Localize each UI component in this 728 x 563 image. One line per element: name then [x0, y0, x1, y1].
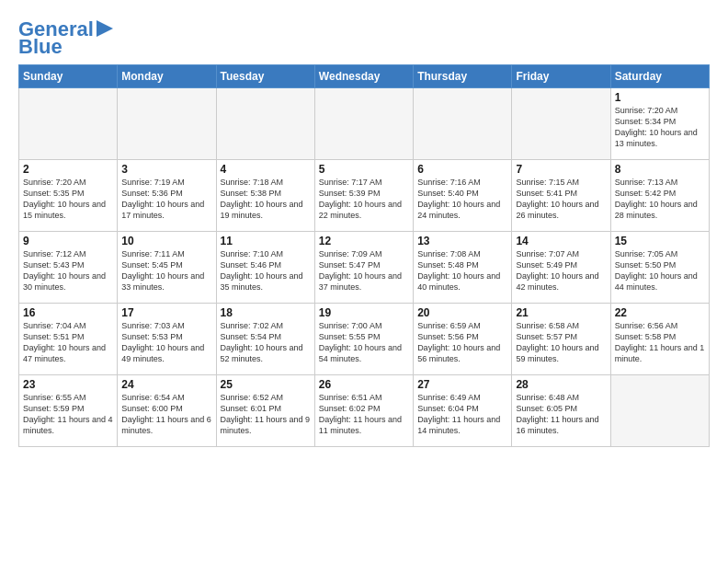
day-cell: 13Sunrise: 7:08 AM Sunset: 5:48 PM Dayli…: [414, 232, 512, 304]
day-cell: 14Sunrise: 7:07 AM Sunset: 5:49 PM Dayli…: [512, 232, 610, 304]
day-number: 1: [615, 91, 705, 104]
calendar-table: SundayMondayTuesdayWednesdayThursdayFrid…: [18, 64, 710, 447]
day-info: Sunrise: 7:04 AM Sunset: 5:51 PM Dayligh…: [23, 320, 113, 365]
day-info: Sunrise: 6:48 AM Sunset: 6:05 PM Dayligh…: [516, 392, 606, 437]
day-info: Sunrise: 7:11 AM Sunset: 5:45 PM Dayligh…: [121, 248, 211, 293]
header-saturday: Saturday: [610, 65, 709, 88]
header-thursday: Thursday: [414, 65, 512, 88]
day-number: 6: [417, 163, 507, 176]
day-number: 2: [23, 163, 113, 176]
day-cell: 20Sunrise: 6:59 AM Sunset: 5:56 PM Dayli…: [414, 304, 512, 375]
day-info: Sunrise: 7:00 AM Sunset: 5:55 PM Dayligh…: [319, 320, 409, 365]
day-cell: [414, 88, 512, 160]
day-info: Sunrise: 6:52 AM Sunset: 6:01 PM Dayligh…: [221, 392, 311, 437]
header-monday: Monday: [118, 65, 216, 88]
day-number: 26: [319, 378, 409, 391]
day-cell: [216, 88, 314, 160]
day-cell: 25Sunrise: 6:52 AM Sunset: 6:01 PM Dayli…: [216, 375, 314, 447]
logo-arrow-icon: [97, 20, 113, 37]
day-number: 7: [516, 163, 606, 176]
day-cell: [512, 88, 610, 160]
day-cell: 2Sunrise: 7:20 AM Sunset: 5:35 PM Daylig…: [19, 160, 118, 232]
day-info: Sunrise: 7:15 AM Sunset: 5:41 PM Dayligh…: [516, 177, 606, 222]
day-info: Sunrise: 7:17 AM Sunset: 5:39 PM Dayligh…: [319, 177, 409, 222]
day-number: 8: [615, 163, 705, 176]
day-number: 24: [121, 378, 211, 391]
day-cell: 6Sunrise: 7:16 AM Sunset: 5:40 PM Daylig…: [414, 160, 512, 232]
svg-marker-0: [97, 20, 113, 37]
day-cell: 9Sunrise: 7:12 AM Sunset: 5:43 PM Daylig…: [19, 232, 118, 304]
day-info: Sunrise: 7:20 AM Sunset: 5:34 PM Dayligh…: [615, 105, 705, 150]
day-info: Sunrise: 6:54 AM Sunset: 6:00 PM Dayligh…: [121, 392, 211, 437]
day-info: Sunrise: 7:10 AM Sunset: 5:46 PM Dayligh…: [221, 248, 311, 293]
day-cell: [314, 88, 413, 160]
day-info: Sunrise: 7:03 AM Sunset: 5:53 PM Dayligh…: [121, 320, 211, 365]
day-info: Sunrise: 7:05 AM Sunset: 5:50 PM Dayligh…: [615, 248, 705, 293]
day-cell: 17Sunrise: 7:03 AM Sunset: 5:53 PM Dayli…: [118, 304, 216, 375]
week-row-0: 1Sunrise: 7:20 AM Sunset: 5:34 PM Daylig…: [19, 88, 710, 160]
header-friday: Friday: [512, 65, 610, 88]
day-cell: 18Sunrise: 7:02 AM Sunset: 5:54 PM Dayli…: [216, 304, 314, 375]
day-number: 14: [516, 235, 606, 247]
week-row-3: 16Sunrise: 7:04 AM Sunset: 5:51 PM Dayli…: [19, 304, 710, 375]
day-number: 13: [417, 235, 507, 247]
day-number: 18: [221, 306, 311, 319]
page: General Blue SundayMondayTuesdayWednesda…: [0, 0, 728, 456]
day-cell: 3Sunrise: 7:19 AM Sunset: 5:36 PM Daylig…: [118, 160, 216, 232]
day-cell: [610, 375, 709, 447]
week-row-1: 2Sunrise: 7:20 AM Sunset: 5:35 PM Daylig…: [19, 160, 710, 232]
day-number: 25: [221, 378, 311, 391]
logo-blue: Blue: [18, 37, 63, 57]
day-cell: 26Sunrise: 6:51 AM Sunset: 6:02 PM Dayli…: [314, 375, 413, 447]
day-info: Sunrise: 6:51 AM Sunset: 6:02 PM Dayligh…: [319, 392, 409, 437]
day-info: Sunrise: 7:18 AM Sunset: 5:38 PM Dayligh…: [221, 177, 311, 222]
day-number: 3: [121, 163, 211, 176]
header-wednesday: Wednesday: [314, 65, 413, 88]
day-info: Sunrise: 6:55 AM Sunset: 5:59 PM Dayligh…: [23, 392, 113, 437]
day-number: 28: [516, 378, 606, 391]
day-cell: 15Sunrise: 7:05 AM Sunset: 5:50 PM Dayli…: [610, 232, 709, 304]
day-number: 16: [23, 306, 113, 319]
week-row-4: 23Sunrise: 6:55 AM Sunset: 5:59 PM Dayli…: [19, 375, 710, 447]
day-cell: [118, 88, 216, 160]
day-cell: 5Sunrise: 7:17 AM Sunset: 5:39 PM Daylig…: [314, 160, 413, 232]
logo: General Blue: [18, 18, 113, 57]
day-cell: 1Sunrise: 7:20 AM Sunset: 5:34 PM Daylig…: [610, 88, 709, 160]
day-cell: 11Sunrise: 7:10 AM Sunset: 5:46 PM Dayli…: [216, 232, 314, 304]
day-cell: 4Sunrise: 7:18 AM Sunset: 5:38 PM Daylig…: [216, 160, 314, 232]
day-cell: 21Sunrise: 6:58 AM Sunset: 5:57 PM Dayli…: [512, 304, 610, 375]
day-cell: 19Sunrise: 7:00 AM Sunset: 5:55 PM Dayli…: [314, 304, 413, 375]
day-number: 17: [121, 306, 211, 319]
day-info: Sunrise: 6:59 AM Sunset: 5:56 PM Dayligh…: [417, 320, 507, 365]
week-row-2: 9Sunrise: 7:12 AM Sunset: 5:43 PM Daylig…: [19, 232, 710, 304]
day-number: 22: [615, 306, 705, 319]
day-number: 15: [615, 235, 705, 247]
day-info: Sunrise: 7:07 AM Sunset: 5:49 PM Dayligh…: [516, 248, 606, 293]
day-info: Sunrise: 6:56 AM Sunset: 5:58 PM Dayligh…: [615, 320, 705, 365]
day-number: 27: [417, 378, 507, 391]
day-cell: 10Sunrise: 7:11 AM Sunset: 5:45 PM Dayli…: [118, 232, 216, 304]
day-number: 12: [319, 235, 409, 247]
day-cell: 24Sunrise: 6:54 AM Sunset: 6:00 PM Dayli…: [118, 375, 216, 447]
day-number: 20: [417, 306, 507, 319]
day-cell: 12Sunrise: 7:09 AM Sunset: 5:47 PM Dayli…: [314, 232, 413, 304]
day-info: Sunrise: 7:12 AM Sunset: 5:43 PM Dayligh…: [23, 248, 113, 293]
day-number: 9: [23, 235, 113, 247]
day-cell: 16Sunrise: 7:04 AM Sunset: 5:51 PM Dayli…: [19, 304, 118, 375]
day-number: 23: [23, 378, 113, 391]
day-info: Sunrise: 7:16 AM Sunset: 5:40 PM Dayligh…: [417, 177, 507, 222]
day-info: Sunrise: 7:20 AM Sunset: 5:35 PM Dayligh…: [23, 177, 113, 222]
day-number: 21: [516, 306, 606, 319]
day-cell: [19, 88, 118, 160]
day-info: Sunrise: 6:58 AM Sunset: 5:57 PM Dayligh…: [516, 320, 606, 365]
day-cell: 22Sunrise: 6:56 AM Sunset: 5:58 PM Dayli…: [610, 304, 709, 375]
header-sunday: Sunday: [19, 65, 118, 88]
day-cell: 7Sunrise: 7:15 AM Sunset: 5:41 PM Daylig…: [512, 160, 610, 232]
day-number: 10: [121, 235, 211, 247]
day-info: Sunrise: 6:49 AM Sunset: 6:04 PM Dayligh…: [417, 392, 507, 437]
day-cell: 8Sunrise: 7:13 AM Sunset: 5:42 PM Daylig…: [610, 160, 709, 232]
day-cell: 23Sunrise: 6:55 AM Sunset: 5:59 PM Dayli…: [19, 375, 118, 447]
day-number: 19: [319, 306, 409, 319]
day-info: Sunrise: 7:19 AM Sunset: 5:36 PM Dayligh…: [121, 177, 211, 222]
header-tuesday: Tuesday: [216, 65, 314, 88]
